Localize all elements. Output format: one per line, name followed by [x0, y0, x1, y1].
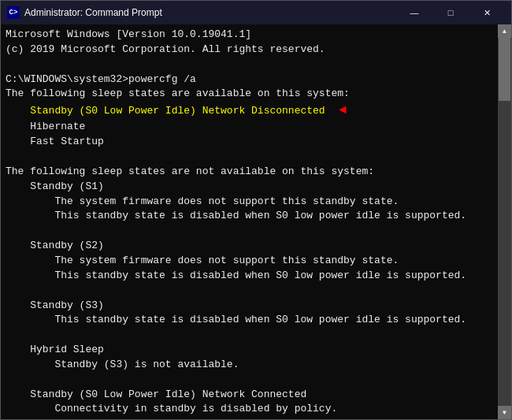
available-header: The following sleep states are available… — [6, 87, 493, 102]
close-button[interactable]: ✕ — [469, 1, 505, 24]
s1-line2: This standby state is disabled when S0 l… — [6, 209, 493, 224]
state-s0: Standby (S0 Low Power Idle) Network Disc… — [6, 105, 325, 117]
scroll-down-button[interactable]: ▼ — [498, 406, 511, 419]
blank3 — [6, 224, 493, 239]
maximize-button[interactable]: □ — [432, 1, 469, 24]
blank4 — [6, 284, 493, 299]
terminal[interactable]: Microsoft Windows [Version 10.0.19041.1]… — [1, 24, 498, 419]
header-line1: Microsoft Windows [Version 10.0.19041.1] — [6, 28, 493, 43]
prompt1: C:\WINDOWS\system32>powercfg /a — [6, 72, 493, 87]
blank5 — [6, 328, 493, 343]
s0nc-line1: Connectivity in standby is disabled by p… — [6, 402, 493, 417]
s3-line1: This standby state is disabled when S0 l… — [6, 313, 493, 328]
hybrid-line1: Standby (S3) is not available. — [6, 358, 493, 373]
s2-line2: This standby state is disabled when S0 l… — [6, 269, 493, 284]
title-bar-buttons: — □ ✕ — [396, 1, 505, 24]
scroll-thumb[interactable] — [499, 38, 510, 101]
s1-label: Standby (S1) — [6, 180, 493, 195]
state-fast-startup: Fast Startup — [6, 135, 493, 150]
red-arrow-icon: ◄ — [332, 103, 347, 117]
title-bar: C> Administrator: Command Prompt — □ ✕ — [1, 1, 511, 24]
state-hibernate: Hibernate — [6, 120, 493, 135]
blank7 — [6, 417, 493, 419]
s1-line1: The system firmware does not support thi… — [6, 195, 493, 210]
scrollbar[interactable]: ▲ ▼ — [498, 24, 511, 419]
s2-label: Standby (S2) — [6, 239, 493, 254]
blank1 — [6, 58, 493, 72]
s0nc-label: Standby (S0 Low Power Idle) Network Conn… — [6, 388, 493, 403]
cmd-icon: C> — [7, 6, 20, 19]
content-area: Microsoft Windows [Version 10.0.19041.1]… — [1, 24, 511, 419]
s3-label: Standby (S3) — [6, 299, 493, 314]
scroll-track[interactable] — [498, 38, 511, 406]
minimize-button[interactable]: — — [396, 1, 432, 24]
cmd-window: C> Administrator: Command Prompt — □ ✕ M… — [0, 0, 512, 420]
title-bar-text: Administrator: Command Prompt — [24, 7, 391, 18]
scroll-up-button[interactable]: ▲ — [498, 24, 511, 38]
hybrid-label: Hybrid Sleep — [6, 343, 493, 358]
blank2 — [6, 150, 493, 165]
s2-line1: The system firmware does not support thi… — [6, 254, 493, 269]
unavailable-header: The following sleep states are not avail… — [6, 165, 493, 180]
state-s0-line: Standby (S0 Low Power Idle) Network Disc… — [6, 102, 493, 120]
header-line2: (c) 2019 Microsoft Corporation. All righ… — [6, 43, 493, 58]
blank6 — [6, 373, 493, 388]
